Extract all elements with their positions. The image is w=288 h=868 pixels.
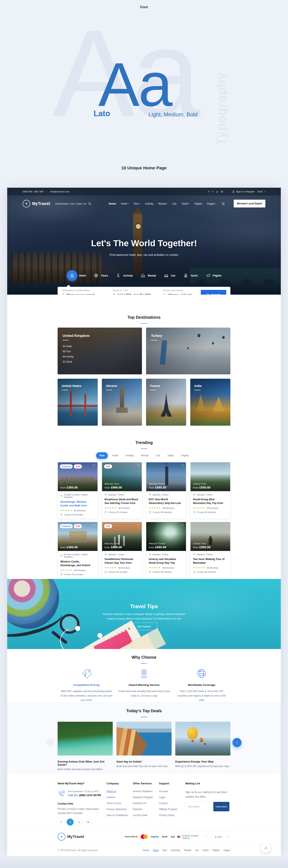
destination-field[interactable]: Destination or Hotel Name Where are you … <box>62 289 106 294</box>
tour-card[interactable]: Featured%25 ♡ From£350.00 Greater London… <box>58 462 98 519</box>
hero-tab-activity[interactable]: Activity <box>115 273 133 278</box>
bottom-link-hotel[interactable]: Hotel <box>153 849 158 852</box>
footer-link[interactable]: Careers <box>107 796 128 799</box>
get-inspired-button[interactable]: Get Inspired <box>131 623 157 630</box>
bottom-link-activicity[interactable]: Activicity <box>171 849 180 852</box>
bottom-link-home[interactable]: Home <box>143 849 149 852</box>
footer-link[interactable]: Contact <box>159 802 177 805</box>
nav-item-activity[interactable]: Activity <box>145 202 153 205</box>
twitter-icon[interactable]: t <box>67 818 74 826</box>
tour-title[interactable]: Stonehenge, Windsor Castle, and Bath fro… <box>60 500 95 508</box>
tour-card[interactable]: %25 ♡ Multi-day ToursFrom£899.00 Istanbu… <box>102 462 142 519</box>
deal-card[interactable]: Earning Asiana Club Miles Just Got Easie… <box>58 722 113 771</box>
trending-tab-yatch[interactable]: Yatch <box>165 452 177 459</box>
bottom-link-yacht[interactable]: Yacht <box>203 849 209 852</box>
trending-tab-activity[interactable]: Activity <box>122 452 137 459</box>
hero-tab-flights[interactable]: Flights <box>205 273 222 278</box>
tour-title[interactable]: Snaefellsnes Peninsula Classic Day Tour … <box>105 557 139 565</box>
tour-card[interactable]: ♡ Cultural ToursFrom£550.00 Istanbul, Tu… <box>190 522 230 578</box>
heart-icon[interactable]: ♡ <box>181 464 184 467</box>
footer-link[interactable]: PointsPLUS <box>133 802 153 805</box>
heart-icon[interactable]: ♡ <box>93 524 96 527</box>
footer-link[interactable]: Account <box>159 790 177 793</box>
deal-card[interactable]: Save big on hotels! Book and save with T… <box>116 722 172 771</box>
footer-link[interactable]: Rewards Program <box>133 796 153 799</box>
instagram-icon[interactable]: ◎ <box>76 818 83 826</box>
bottom-link-car[interactable]: Car <box>195 849 199 852</box>
scroll-to-top-button[interactable] <box>261 843 271 853</box>
nav-item-tour[interactable]: Tour <box>134 202 140 205</box>
nav-item-car[interactable]: Car <box>172 202 177 205</box>
footer-link[interactable]: Give Us Feedbacks <box>107 814 128 817</box>
nav-item-home[interactable]: Home <box>109 202 116 205</box>
search-button[interactable]: Search <box>201 290 226 294</box>
twitter-icon[interactable]: t <box>212 190 213 193</box>
heart-icon[interactable]: ♡ <box>225 524 228 527</box>
cart-icon[interactable] <box>221 202 225 206</box>
nav-item-hotel[interactable]: Hotel <box>121 202 129 205</box>
bottom-link-flights[interactable]: Flights <box>213 849 220 852</box>
linkedin-icon[interactable]: in <box>221 190 223 193</box>
tour-title[interactable]: Windsor Castle, Stonehenge, and Oxford D… <box>60 560 95 567</box>
topbar-phone[interactable]: (000) 999 - 898 -999 <box>23 190 43 193</box>
hero-tab-yacht[interactable]: Yacht <box>183 273 198 278</box>
signin-link[interactable]: Sign in or Register <box>232 190 255 193</box>
destination-card-ukraine[interactable]: Ukraine <box>102 379 142 426</box>
footer-link[interactable]: Investor Relations <box>133 790 153 793</box>
instagram-icon[interactable]: ◎ <box>216 190 218 193</box>
bottom-link-rental[interactable]: Rental <box>184 849 191 852</box>
hero-tab-car[interactable]: Car <box>163 273 176 278</box>
guests-field[interactable]: Rooms and Guests 2 Rooms - 3 Guests <box>163 289 204 294</box>
currency-select[interactable]: EUR <box>258 190 265 193</box>
trending-tab-tour[interactable]: Tour <box>96 452 108 459</box>
topbar-email[interactable]: info@mytravel.com <box>50 190 69 193</box>
tour-title[interactable]: Two Hour Walking Tour of Manhattan <box>193 557 228 565</box>
heart-icon[interactable]: ♡ <box>181 524 184 527</box>
footer-link[interactable]: Partners <box>133 808 153 811</box>
footer-link[interactable]: About us <box>107 790 128 793</box>
carousel-prev-button[interactable]: ‹ <box>46 738 55 747</box>
heart-icon[interactable]: ♡ <box>93 464 96 467</box>
destination-card-united-kingdom[interactable]: United Kingdom 30 Hotel 48 Tour 46 Activ… <box>58 328 142 374</box>
footer-link[interactable]: Legal <box>159 796 177 799</box>
trending-tab-flights[interactable]: Flights <box>178 452 192 459</box>
hero-tab-tours[interactable]: Tours <box>93 273 108 278</box>
tour-card[interactable]: %25 ♡ Multi-day ToursFrom£899.00 Istanbu… <box>102 522 142 578</box>
brand-logo[interactable]: ✈ MyTravel <box>23 200 50 208</box>
header-search-input[interactable] <box>55 202 86 205</box>
destination-card-france[interactable]: France <box>146 379 186 426</box>
facebook-icon[interactable]: f <box>58 818 65 826</box>
bottom-link-pages[interactable]: Pages <box>223 849 230 852</box>
nav-item-flights[interactable]: Flights <box>194 202 202 205</box>
nav-item-pages[interactable]: Pages <box>207 202 216 205</box>
carousel-next-button[interactable]: › <box>232 738 242 747</box>
tour-title[interactable]: Giverny and Versailles Small Group Day T… <box>149 557 183 565</box>
heart-icon[interactable]: ♡ <box>137 524 140 527</box>
tour-title[interactable]: Small-Group Blue Mountains Day Trip from… <box>193 498 228 505</box>
destination-card-united-states[interactable]: United States <box>58 379 98 426</box>
destination-card-turkey[interactable]: Turkey <box>146 328 230 374</box>
trending-tab-hotel[interactable]: Hotel <box>109 452 121 459</box>
footer-call[interactable]: Call Us: (888) 1234 56789 <box>68 794 101 797</box>
search-icon[interactable] <box>88 202 91 205</box>
nav-item-rental[interactable]: Rental <box>158 202 168 205</box>
footer-link[interactable]: List My Hotel <box>133 814 153 817</box>
bottom-link-tour[interactable]: Tour <box>162 849 167 852</box>
heart-icon[interactable]: ♡ <box>225 464 228 467</box>
facebook-icon[interactable]: f <box>209 190 209 193</box>
destination-card-india[interactable]: India <box>190 379 230 426</box>
tour-card[interactable]: ♡ Attraction TicketsFrom£590.00 Istanbul… <box>146 522 186 578</box>
footer-link[interactable]: Terms of Use <box>107 802 128 805</box>
footer-link[interactable]: Privacy Policy <box>159 814 177 817</box>
footer-link[interactable]: Affiliate Program <box>159 808 177 811</box>
linkedin-icon[interactable]: in <box>85 818 92 826</box>
tour-title[interactable]: NYC One World Observatory Skip-the-Line … <box>149 498 183 505</box>
tour-title[interactable]: Bosphorus Strait and Black Sea Half-Day … <box>105 498 139 505</box>
footer-brand-logo[interactable]: ✈ MyTravel <box>58 833 84 841</box>
currency-select[interactable]: $ USD <box>212 832 230 842</box>
trending-tab-car[interactable]: Car <box>153 452 163 459</box>
email-field[interactable] <box>185 802 212 811</box>
tour-card[interactable]: ♡ Cultural ToursFrom£550.00 Istanbul, Tu… <box>190 462 230 519</box>
nav-item-yacht[interactable]: Yacht <box>181 202 190 205</box>
hero-tab-rental[interactable]: Rental <box>140 273 156 278</box>
